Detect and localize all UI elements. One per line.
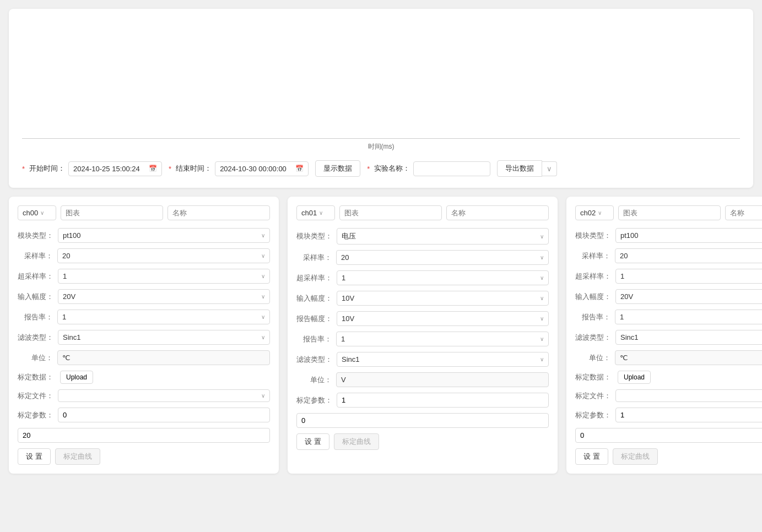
ch01-unit-label: 单位： [296, 375, 336, 385]
ch01-chart-input[interactable] [339, 205, 442, 220]
end-time-value: 2024-10-30 00:00:00 [220, 165, 287, 173]
ch00-set-button[interactable]: 设 置 [18, 448, 51, 465]
ch00-unit-label: 单位： [18, 353, 57, 363]
ch00-chart-input[interactable] [61, 205, 163, 220]
ch02-filter-value: Sinc1 [620, 333, 639, 341]
ch01-sample-row: 采样率： 20 ∨ [296, 250, 549, 265]
ch00-oversample-label: 超采样率： [18, 272, 58, 281]
ch00-reportrate-select[interactable]: 1 ∨ [57, 310, 270, 324]
export-dropdown[interactable]: ∨ [542, 161, 557, 176]
ch02-inputrange-select[interactable]: 20V ∨ [615, 289, 762, 304]
ch00-extra-input[interactable] [18, 428, 270, 443]
ch01-oversample-select[interactable]: 1 ∨ [337, 270, 549, 285]
ch01-calibcurve-button[interactable]: 标定曲线 [334, 433, 379, 450]
ch01-oversample-value: 1 [342, 274, 345, 282]
ch02-name-input[interactable] [725, 205, 762, 220]
ch02-chart-input[interactable] [618, 205, 721, 220]
ch00-module-select[interactable]: pt100 ∨ [58, 228, 270, 243]
ch02-reportrate-select[interactable]: 1 ∨ [615, 310, 762, 324]
ch00-reportrate-row: 报告率： 1 ∨ [18, 310, 270, 324]
ch02-calibfile-row: 标定文件： ∨ [575, 389, 762, 402]
ch00-selector[interactable]: ch00 ∨ [18, 205, 56, 220]
export-group: 导出数据 ∨ [497, 160, 557, 177]
end-calendar-icon[interactable]: 📅 [295, 165, 304, 172]
ch01-name-input[interactable] [446, 205, 549, 220]
ch01-reportrange-select[interactable]: 10V ∨ [337, 311, 549, 326]
ch02-reportrate-label: 报告率： [575, 312, 615, 322]
ch00-oversample-row: 超采样率： 1 ∨ [18, 269, 270, 284]
chart-card: 时间(ms) * 开始时间： 2024-10-25 15:00:24 📅 * 结… [9, 9, 753, 188]
ch00-module-row: 模块类型： pt100 ∨ [18, 228, 270, 243]
start-calendar-icon[interactable]: 📅 [149, 165, 157, 172]
start-label: 开始时间： [29, 164, 65, 173]
ch02-extra-input[interactable] [575, 428, 762, 443]
ch01-module-select[interactable]: 电压 ∨ [337, 228, 549, 245]
ch00-calibparam-label: 标定参数： [18, 410, 58, 420]
channels-row: ch00 ∨ 模块类型： pt100 ∨ 采样率： 20 ∨ [9, 197, 753, 474]
ch01-inputrange-value: 10V [342, 294, 354, 302]
ch01-reportrate-value: 1 [341, 335, 345, 343]
ch00-reportrate-value: 1 [62, 313, 66, 321]
end-time-group: * 结束时间： 2024-10-30 00:00:00 📅 [169, 161, 309, 176]
ch02-filter-label: 滤波类型： [575, 333, 615, 343]
ch00-id: ch00 [23, 209, 38, 217]
ch02-action-row: 设 置 标定曲线 [575, 448, 762, 465]
ch00-module-value: pt100 [63, 231, 81, 240]
ch00-sample-select[interactable]: 20 ∨ [57, 248, 270, 263]
export-button[interactable]: 导出数据 [497, 160, 542, 177]
end-label: 结束时间： [176, 164, 212, 173]
ch02-calibparam-input[interactable] [615, 408, 762, 422]
start-time-group: * 开始时间： 2024-10-25 15:00:24 📅 [22, 161, 162, 176]
chart-area [22, 18, 740, 139]
ch00-calibfile-label: 标定文件： [18, 391, 58, 401]
ch02-oversample-value: 1 [620, 272, 624, 280]
ch00-inputrange-select[interactable]: 20V ∨ [58, 289, 270, 304]
ch01-oversample-label: 超采样率： [296, 273, 337, 283]
ch00-name-input[interactable] [167, 205, 270, 220]
ch01-inputrange-select[interactable]: 10V ∨ [337, 291, 549, 306]
ch01-sample-select[interactable]: 20 ∨ [336, 250, 549, 265]
ch02-unit-label: 单位： [575, 353, 615, 363]
show-data-button[interactable]: 显示数据 [315, 160, 360, 177]
end-time-input[interactable]: 2024-10-30 00:00:00 📅 [215, 161, 309, 176]
ch02-oversample-select[interactable]: 1 ∨ [615, 269, 762, 284]
ch01-module-row: 模块类型： 电压 ∨ [296, 228, 549, 245]
ch01-action-row: 设 置 标定曲线 [296, 433, 549, 450]
ch01-filter-select[interactable]: Sinc1 ∨ [337, 352, 549, 367]
ch02-upload-button[interactable]: Upload [618, 371, 651, 384]
ch02-selector[interactable]: ch02 ∨ [575, 205, 614, 220]
ch02-chevron: ∨ [598, 210, 602, 216]
ch00-oversample-select[interactable]: 1 ∨ [58, 269, 270, 284]
ch00-calibcurve-button[interactable]: 标定曲线 [55, 448, 100, 465]
ch00-calibfile-select[interactable]: ∨ [58, 389, 270, 402]
ch02-calibfile-select[interactable]: ∨ [615, 389, 762, 402]
ch00-upload-button[interactable]: Upload [60, 371, 93, 384]
ch02-set-button[interactable]: 设 置 [575, 448, 608, 465]
ch00-calibdata-row: 标定数据： Upload [18, 371, 270, 384]
ch02-inputrange-value: 20V [620, 292, 633, 301]
ch00-calibdata-label: 标定数据： [18, 372, 58, 382]
ch01-set-button[interactable]: 设 置 [296, 433, 329, 450]
start-time-input[interactable]: 2024-10-25 15:00:24 📅 [68, 161, 162, 176]
experiment-input[interactable] [413, 161, 490, 176]
ch02-module-select[interactable]: pt100 ∨ [615, 228, 762, 243]
ch01-chevron: ∨ [319, 210, 323, 216]
ch02-calibdata-label: 标定数据： [575, 372, 615, 382]
ch00-calibparam-input[interactable] [58, 408, 270, 422]
ch01-calibparam-label: 标定参数： [296, 395, 337, 405]
ch01-calibparam-input[interactable] [337, 393, 549, 408]
ch01-inputrange-row: 输入幅度： 10V ∨ [296, 291, 549, 306]
ch00-filter-select[interactable]: Sinc1 ∨ [58, 330, 270, 345]
channel-card-ch00: ch00 ∨ 模块类型： pt100 ∨ 采样率： 20 ∨ [9, 197, 279, 474]
ch02-filter-select[interactable]: Sinc1 ∨ [615, 330, 762, 345]
ch01-selector[interactable]: ch01 ∨ [296, 205, 335, 220]
ch01-extra-input[interactable] [296, 413, 549, 428]
ch01-reportrate-select[interactable]: 1 ∨ [336, 332, 549, 346]
ch00-action-row: 设 置 标定曲线 [18, 448, 270, 465]
ch02-sample-select[interactable]: 20 ∨ [615, 248, 762, 263]
ch02-calibcurve-button[interactable]: 标定曲线 [613, 448, 658, 465]
ch00-module-label: 模块类型： [18, 231, 58, 241]
ch01-header: ch01 ∨ [296, 205, 549, 220]
ch02-inputrange-row: 输入幅度： 20V ∨ [575, 289, 762, 304]
ch01-sample-value: 20 [341, 253, 349, 262]
